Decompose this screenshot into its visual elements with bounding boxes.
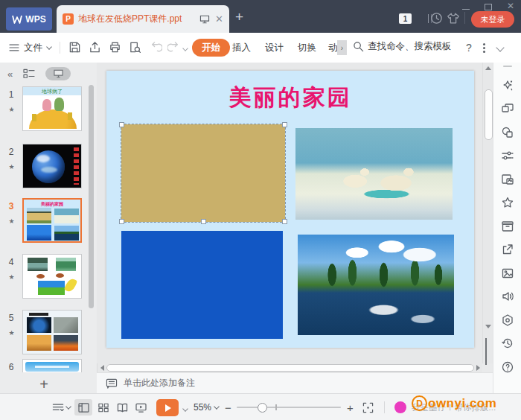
quickbar-dropdown-icon[interactable]	[182, 45, 188, 51]
slide-3-thumbnail-selected[interactable]: 美丽的家园	[22, 198, 82, 243]
help-circle-icon[interactable]	[501, 360, 514, 374]
layout-layers-icon[interactable]	[501, 102, 514, 115]
picture-pane-icon[interactable]	[501, 267, 514, 280]
next-slide-button[interactable]	[485, 351, 487, 365]
resource-box-icon[interactable]	[501, 220, 514, 233]
audio-speaker-icon[interactable]	[501, 290, 514, 303]
notes-bar[interactable]: 单击此处添加备注	[97, 372, 493, 393]
shapes-icon[interactable]	[501, 126, 514, 139]
vertical-scrollbar[interactable]	[482, 63, 493, 363]
window-minimize-button[interactable]	[461, 3, 470, 10]
slide-title-textbox[interactable]: 美丽的家园	[106, 83, 474, 113]
add-slide-button[interactable]: +	[0, 375, 88, 393]
window-maximize-button[interactable]	[484, 3, 493, 10]
ribbon-tab-home[interactable]: 开始	[192, 39, 230, 57]
zoom-slider-tick	[275, 404, 277, 410]
present-monitor-icon[interactable]	[199, 15, 210, 24]
selection-handle[interactable]	[119, 122, 124, 127]
horizontal-scrollbar[interactable]	[98, 363, 482, 372]
plugin-hexagon-icon[interactable]	[501, 314, 514, 327]
view-slideshow-button[interactable]	[132, 399, 150, 416]
design-tools-icon[interactable]	[501, 173, 514, 186]
ribbon-tab-insert[interactable]: 插入	[229, 39, 254, 57]
play-slideshow-button[interactable]	[156, 399, 179, 416]
print-preview-icon[interactable]	[129, 41, 141, 54]
thumb5-photo-art	[27, 317, 51, 333]
print-icon[interactable]	[109, 41, 121, 54]
window-close-button[interactable]: ✕	[506, 3, 515, 10]
view-slide-sorter-button[interactable]	[95, 399, 112, 416]
favorites-star-icon[interactable]	[501, 196, 514, 209]
view-reading-button[interactable]	[113, 399, 131, 416]
collapse-ribbon-icon[interactable]	[496, 43, 504, 51]
rail-handle[interactable]	[503, 66, 512, 67]
share-icon[interactable]	[501, 243, 514, 256]
slide-list-view-icon[interactable]	[23, 69, 35, 79]
file-menu[interactable]: 文件	[9, 39, 51, 57]
play-options-dropdown-icon[interactable]	[182, 406, 188, 412]
zoom-out-button[interactable]: −	[225, 399, 231, 416]
skin-theme-icon[interactable]	[447, 12, 460, 25]
notification-icon[interactable]	[430, 12, 443, 25]
login-button[interactable]: 未登录	[471, 11, 514, 28]
selection-handle[interactable]	[282, 219, 287, 224]
slide-1-thumbnail[interactable]: 地球病了	[22, 86, 82, 131]
slide-number: 6	[9, 362, 14, 372]
photo-polar-bears[interactable]	[295, 128, 453, 220]
ribbon-tab-design[interactable]: 设计	[262, 39, 287, 57]
ribbon-tab-scroll-button[interactable]: ›	[337, 40, 347, 55]
redo-icon[interactable]	[167, 41, 180, 54]
zoom-slider-track[interactable]	[237, 407, 341, 408]
zoom-slider[interactable]	[237, 399, 341, 416]
slide-4-thumbnail[interactable]	[22, 254, 82, 299]
slideshow-view-toggle[interactable]	[45, 67, 71, 80]
zoom-in-button[interactable]: +	[347, 399, 354, 416]
document-count-badge[interactable]: 1	[399, 13, 412, 24]
thumb5-photo-art	[54, 335, 78, 351]
slide-5-thumbnail[interactable]	[22, 310, 82, 354]
smart-beautify-icon[interactable]	[501, 79, 514, 92]
photo-lake-forest[interactable]	[298, 235, 454, 335]
photo-underwater-coral[interactable]	[121, 231, 283, 339]
slide-6-thumbnail[interactable]	[22, 359, 82, 372]
scroll-down-arrow[interactable]	[485, 325, 491, 328]
previous-slide-button[interactable]	[485, 338, 487, 351]
document-tab[interactable]: P 地球在发低烧PPT课件.ppt ✕	[57, 5, 229, 33]
adjust-settings-icon[interactable]	[501, 149, 514, 162]
undo-icon[interactable]	[150, 41, 162, 54]
status-bar: 55% − + 我是墨仔！帮你排版... D ownyi.com	[0, 393, 521, 420]
export-icon[interactable]	[89, 41, 101, 54]
view-normal-button[interactable]	[74, 399, 92, 416]
scroll-right-arrow[interactable]	[476, 365, 480, 371]
photo-savanna-deer-selected[interactable]	[121, 124, 285, 222]
fit-to-window-button[interactable]	[362, 399, 374, 416]
zoom-slider-thumb[interactable]	[258, 403, 267, 413]
slide-number: 2	[9, 147, 14, 157]
slide-page[interactable]: 美丽的家园	[106, 71, 474, 348]
play-icon	[165, 404, 171, 412]
command-search[interactable]: 查找命令、搜索模板	[353, 40, 452, 53]
vertical-scrollbar-thumb[interactable]	[485, 89, 493, 140]
selection-handle[interactable]	[119, 219, 124, 224]
selection-handle[interactable]	[201, 219, 206, 224]
sidebar-scrollbar-thumb[interactable]	[89, 85, 94, 308]
notes-toggle-button[interactable]	[52, 399, 71, 416]
new-tab-button[interactable]: +	[235, 9, 243, 25]
scroll-left-arrow[interactable]	[100, 365, 104, 371]
horizontal-scrollbar-thumb[interactable]	[106, 364, 474, 372]
ribbon-tab-transition[interactable]: 切换	[295, 39, 319, 57]
help-icon[interactable]: ?	[466, 39, 472, 57]
history-icon[interactable]	[501, 337, 514, 350]
wps-menu-button[interactable]: WPS	[6, 7, 52, 31]
ppt-file-icon: P	[63, 13, 74, 25]
slide-thumbnail-row: 1★ 地球病了	[0, 86, 86, 131]
slide-2-thumbnail[interactable]	[22, 144, 82, 188]
save-icon[interactable]	[68, 41, 81, 54]
scroll-up-arrow[interactable]	[485, 66, 491, 70]
more-options-icon[interactable]	[483, 47, 485, 49]
thumb3-photo-art	[27, 225, 51, 241]
collapse-panel-icon[interactable]: «	[7, 69, 13, 80]
selection-handle[interactable]	[282, 122, 287, 127]
zoom-level[interactable]: 55%	[194, 399, 219, 416]
tab-close-icon[interactable]: ✕	[215, 13, 223, 25]
